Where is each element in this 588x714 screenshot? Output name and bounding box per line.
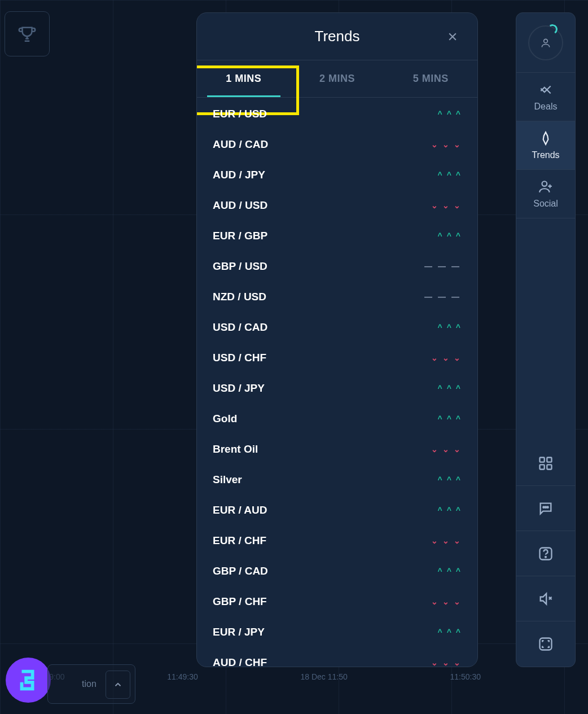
trend-name: USD / CAD <box>213 321 267 334</box>
svg-rect-2 <box>540 457 545 462</box>
trend-signal: ⌄⌄⌄ <box>431 598 460 606</box>
trend-row[interactable]: Gold^^^ <box>197 404 477 434</box>
close-icon <box>447 31 458 42</box>
chevron-up-icon <box>113 680 123 690</box>
trend-row[interactable]: GBP / USD——— <box>197 251 477 282</box>
chevron-up-button[interactable] <box>106 671 130 699</box>
trend-row[interactable]: AUD / JPY^^^ <box>197 160 477 190</box>
trend-row[interactable]: GBP / CAD^^^ <box>197 556 477 586</box>
app-logo[interactable] <box>6 658 51 703</box>
trends-icon <box>538 131 553 146</box>
trend-row[interactable]: AUD / USD⌄⌄⌄ <box>197 190 477 221</box>
trend-row[interactable]: EUR / JPY^^^ <box>197 617 477 647</box>
trend-row[interactable]: EUR / USD^^^ <box>197 99 477 129</box>
trend-name: AUD / CAD <box>213 138 268 151</box>
trend-name: Brent Oil <box>213 443 258 455</box>
panel-title: Trends <box>315 28 360 45</box>
svg-point-8 <box>547 506 548 507</box>
trend-row[interactable]: AUD / CAD⌄⌄⌄ <box>197 129 477 160</box>
nav-trends-label: Trends <box>532 150 559 160</box>
trend-signal: ——— <box>424 293 460 301</box>
mute-icon <box>538 591 554 607</box>
trend-row[interactable]: GBP / CHF⌄⌄⌄ <box>197 586 477 617</box>
panel-header: Trends <box>197 13 477 60</box>
trend-signal: ⌄⌄⌄ <box>431 445 460 453</box>
svg-point-1 <box>542 181 547 186</box>
trend-name: Gold <box>213 413 237 425</box>
right-sidebar: Deals Trends Social <box>516 12 576 667</box>
trend-signal: ⌄⌄⌄ <box>431 141 460 148</box>
trend-signal: ⌄⌄⌄ <box>431 354 460 362</box>
profile-button[interactable] <box>516 13 575 73</box>
trend-name: GBP / USD <box>213 260 267 273</box>
nav-deals[interactable]: Deals <box>516 73 575 121</box>
nav-trends[interactable]: Trends <box>516 121 575 170</box>
trend-signal: ^^^ <box>437 628 460 636</box>
bottom-strip: tion <box>6 658 576 703</box>
trend-name: NZD / USD <box>213 291 266 303</box>
trend-name: GBP / CAD <box>213 565 268 577</box>
trend-name: EUR / AUD <box>213 504 267 516</box>
nav-mute[interactable] <box>516 576 575 621</box>
close-button[interactable] <box>444 28 462 46</box>
svg-rect-4 <box>540 465 545 469</box>
nav-help[interactable] <box>516 531 575 576</box>
duration-info-box[interactable]: tion <box>47 664 135 704</box>
trend-signal: ^^^ <box>437 171 460 179</box>
duration-sub: tion <box>82 679 96 689</box>
trend-signal: ^^^ <box>437 476 460 484</box>
trend-signal: ^^^ <box>437 567 460 575</box>
trend-name: USD / CHF <box>213 352 266 364</box>
trend-row[interactable]: USD / JPY^^^ <box>197 373 477 404</box>
trend-name: EUR / USD <box>213 108 267 120</box>
tab-2min[interactable]: 2 MINS <box>291 60 384 97</box>
chat-icon <box>538 501 554 516</box>
trend-signal: ^^^ <box>437 506 460 514</box>
trend-name: AUD / JPY <box>213 169 265 181</box>
nav-apps[interactable] <box>516 441 575 486</box>
trophy-button[interactable] <box>5 11 50 56</box>
trend-name: USD / JPY <box>213 382 265 395</box>
trend-row[interactable]: USD / CAD^^^ <box>197 312 477 343</box>
trend-row[interactable]: Brent Oil⌄⌄⌄ <box>197 434 477 465</box>
trend-row[interactable]: USD / CHF⌄⌄⌄ <box>197 343 477 373</box>
svg-rect-5 <box>547 465 551 469</box>
help-icon <box>538 546 554 562</box>
trend-row[interactable]: Silver^^^ <box>197 465 477 495</box>
trend-signal: ^^^ <box>437 323 460 331</box>
social-icon <box>538 179 553 194</box>
trends-panel: Trends 1 MINS 2 MINS 5 MINS EUR / USD^^^… <box>196 12 478 667</box>
nav-chat[interactable] <box>516 486 575 531</box>
svg-point-6 <box>543 506 544 507</box>
trend-row[interactable]: EUR / GBP^^^ <box>197 221 477 251</box>
nav-deals-label: Deals <box>534 102 558 112</box>
tab-5min[interactable]: 5 MINS <box>384 60 477 97</box>
svg-rect-3 <box>547 457 551 462</box>
fullscreen-icon <box>538 636 554 652</box>
profile-ring <box>528 25 563 60</box>
trend-row[interactable]: EUR / AUD^^^ <box>197 495 477 525</box>
trend-signal: ——— <box>424 262 460 270</box>
tab-1min[interactable]: 1 MINS <box>197 60 291 97</box>
trend-signal: ^^^ <box>437 232 460 240</box>
trend-row[interactable]: EUR / CHF⌄⌄⌄ <box>197 525 477 556</box>
trend-list[interactable]: EUR / USD^^^AUD / CAD⌄⌄⌄AUD / JPY^^^AUD … <box>197 99 477 667</box>
logo-icon <box>15 667 41 693</box>
grid-icon <box>538 455 554 471</box>
trend-signal: ⌄⌄⌄ <box>431 537 460 545</box>
trend-name: AUD / USD <box>213 199 267 212</box>
person-icon <box>540 37 551 49</box>
trend-name: EUR / JPY <box>213 626 265 638</box>
trend-name: EUR / CHF <box>213 535 266 547</box>
trend-row[interactable]: NZD / USD——— <box>197 282 477 312</box>
trend-name: GBP / CHF <box>213 595 267 608</box>
trend-signal: ^^^ <box>437 384 460 392</box>
nav-social[interactable]: Social <box>516 170 575 218</box>
trend-signal: ^^^ <box>437 110 460 118</box>
svg-rect-11 <box>540 638 552 650</box>
nav-social-label: Social <box>533 199 558 209</box>
trend-signal: ⌄⌄⌄ <box>431 202 460 209</box>
trend-signal: ^^^ <box>437 415 460 423</box>
tabs: 1 MINS 2 MINS 5 MINS <box>197 60 477 98</box>
trend-name: Silver <box>213 474 242 486</box>
